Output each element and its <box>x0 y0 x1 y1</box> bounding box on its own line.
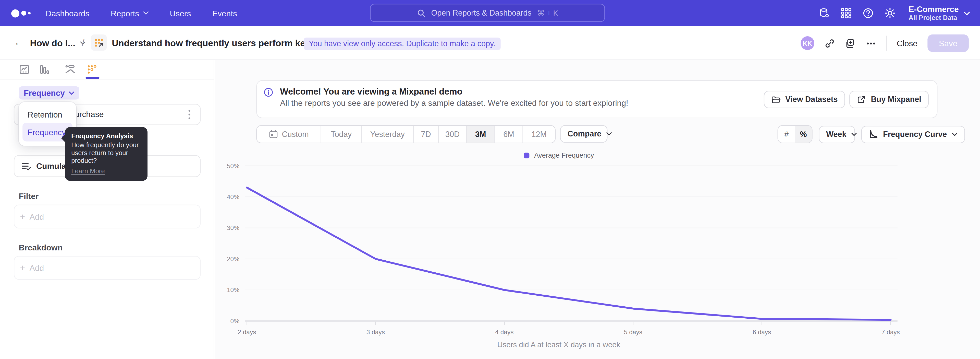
nav-users[interactable]: Users <box>170 8 191 18</box>
breadcrumb[interactable]: How do I... <box>30 38 86 48</box>
x-tick-label: 3 days <box>366 329 385 335</box>
top-nav: Dashboards Reports Users Events Open Rep… <box>0 0 980 26</box>
nav-dashboards[interactable]: Dashboards <box>46 8 89 18</box>
query-sidebar: Frequency Purchase Retention Frequency F… <box>0 60 215 359</box>
plus-icon: + <box>20 263 25 273</box>
tab-flows-icon[interactable] <box>65 64 75 74</box>
tab-funnels-icon[interactable] <box>39 64 49 74</box>
filter-add-button[interactable]: + Add <box>14 205 200 228</box>
avatar[interactable]: KK <box>800 36 815 50</box>
report-header: ← How do I... / Understand how frequentl… <box>0 26 980 60</box>
info-icon <box>264 88 273 97</box>
frequency-line-chart: 0%10%20%30%40%50%2 days3 days4 days5 day… <box>215 160 902 339</box>
search-shortcut: ⌘ + K <box>537 8 558 17</box>
banner-body: All the reports you see are powered by a… <box>280 98 628 108</box>
report-type-tabs <box>0 60 214 80</box>
data-management-icon[interactable] <box>819 7 830 19</box>
compare-button[interactable]: Compare <box>560 125 608 143</box>
breakdown-add-button[interactable]: + Add <box>14 256 200 280</box>
series-line <box>247 188 891 320</box>
x-tick-label: 5 days <box>624 329 642 335</box>
breakdown-heading: Breakdown <box>19 243 62 252</box>
y-tick-label: 50% <box>227 163 239 169</box>
apps-grid-icon[interactable] <box>840 7 852 19</box>
duplicate-icon[interactable] <box>845 38 856 49</box>
chevron-down-icon <box>68 91 74 95</box>
legend-label: Average Frequency <box>534 152 594 159</box>
back-arrow-icon[interactable]: ← <box>14 36 24 49</box>
interval-dropdown[interactable]: Week <box>819 126 855 143</box>
view-only-badge: You have view only access. Duplicate to … <box>304 38 501 50</box>
settings-gear-icon[interactable] <box>884 7 896 19</box>
chevron-down-icon <box>952 132 958 136</box>
y-tick-label: 30% <box>227 224 239 231</box>
x-tick-label: 2 days <box>238 329 256 335</box>
help-icon[interactable] <box>862 7 873 19</box>
frequency-tooltip: Frequency Analysis How frequently do you… <box>65 127 148 180</box>
copy-link-icon[interactable] <box>824 38 835 49</box>
date-range-today[interactable]: Today <box>321 126 361 143</box>
app-viewport: Dashboards Reports Users Events Open Rep… <box>0 0 980 359</box>
search-placeholder: Open Reports & Dashboards <box>431 8 531 17</box>
percent-toggle[interactable]: % <box>795 126 812 143</box>
search-input[interactable]: Open Reports & Dashboards ⌘ + K <box>370 4 605 22</box>
chevron-down-icon <box>143 11 148 15</box>
y-tick-label: 20% <box>227 255 239 262</box>
folder-icon <box>771 95 780 104</box>
y-tick-label: 40% <box>227 193 239 200</box>
absolute-toggle[interactable]: # <box>778 126 795 143</box>
chart-toolbar: Custom Today Yesterday 7D 30D 3M 6M 12M … <box>256 125 965 144</box>
tab-retention-icon[interactable] <box>87 64 97 74</box>
project-switcher[interactable]: E-Commerce All Project Data <box>908 5 970 21</box>
close-button[interactable]: Close <box>897 38 918 48</box>
board-icon[interactable] <box>91 35 107 51</box>
date-range-7d[interactable]: 7D <box>413 126 438 143</box>
mixpanel-logo-icon[interactable] <box>11 9 30 18</box>
date-range-30d[interactable]: 30D <box>438 126 466 143</box>
value-format-toggle: # % <box>777 125 812 144</box>
date-range-6m[interactable]: 6M <box>494 126 522 143</box>
chart-type-dropdown[interactable]: Frequency Curve <box>861 126 965 143</box>
nav-right-cluster: E-Commerce All Project Data <box>819 0 970 26</box>
project-name: E-Commerce <box>908 5 959 14</box>
chart-legend[interactable]: Average Frequency <box>215 152 902 159</box>
active-tab-indicator <box>86 77 100 79</box>
nav-events[interactable]: Events <box>212 8 237 18</box>
nav-reports[interactable]: Reports <box>111 8 148 18</box>
y-tick-label: 0% <box>231 318 239 324</box>
y-tick-label: 10% <box>227 286 239 294</box>
date-range-group: Custom Today Yesterday 7D 30D 3M 6M 12M <box>256 125 555 144</box>
banner-buttons: View Datasets Buy Mixpanel <box>764 91 929 108</box>
date-range-3m[interactable]: 3M <box>466 126 494 143</box>
tooltip-title: Frequency Analysis <box>71 132 141 140</box>
legend-swatch <box>523 152 529 158</box>
calendar-icon <box>269 129 278 139</box>
buy-mixpanel-button[interactable]: Buy Mixpanel <box>850 91 929 108</box>
chevron-down-icon <box>851 132 857 136</box>
date-range-12m[interactable]: 12M <box>522 126 555 143</box>
date-range-custom[interactable]: Custom <box>257 126 321 143</box>
plus-icon: + <box>20 212 25 222</box>
learn-more-link[interactable]: Learn More <box>71 167 105 175</box>
tab-insights-icon[interactable] <box>19 64 29 74</box>
demo-banner: Welcome! You are viewing a Mixpanel demo… <box>256 80 937 118</box>
external-link-icon <box>857 95 866 104</box>
menu-item-retention[interactable]: Retention <box>22 106 73 123</box>
chevron-down-icon <box>606 132 612 136</box>
x-tick-label: 6 days <box>752 329 771 335</box>
chevron-down-icon <box>964 11 970 15</box>
row-menu-icon[interactable] <box>185 108 194 121</box>
search-icon <box>417 8 425 17</box>
banner-title: Welcome! You are viewing a Mixpanel demo <box>280 86 463 96</box>
save-button[interactable]: Save <box>928 35 969 52</box>
more-options-icon[interactable] <box>865 38 876 49</box>
header-actions: KK Close Save <box>800 26 969 60</box>
view-datasets-button[interactable]: View Datasets <box>764 91 845 108</box>
project-scope: All Project Data <box>908 14 959 21</box>
breadcrumb-separator: / <box>82 37 84 48</box>
chart-controls: # % Week Frequency Curve <box>777 125 965 144</box>
metric-selector[interactable]: Frequency <box>19 86 79 99</box>
date-range-yesterday[interactable]: Yesterday <box>361 126 413 143</box>
filter-heading: Filter <box>19 191 38 201</box>
frequency-curve-icon <box>869 129 878 139</box>
